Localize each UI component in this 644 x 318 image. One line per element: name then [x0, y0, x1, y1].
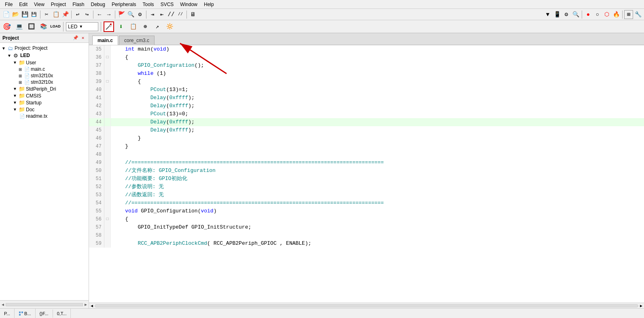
- target-icon[interactable]: 🎯: [2, 21, 12, 32]
- editor-area: main.c core_cm3.c 35 int main(void) 36 □…: [89, 33, 644, 308]
- magic-wand-icon-btn[interactable]: [104, 21, 114, 32]
- code-row-54: 54 //===================================…: [89, 199, 644, 207]
- bottom-tab-templates[interactable]: 0,T...: [53, 309, 71, 318]
- menu-help[interactable]: Help: [201, 1, 217, 8]
- device-btn[interactable]: 📱: [553, 10, 561, 19]
- sidebar-tree: ▼ 🗂 Project: Project ▼ ⚙ LED ▼ 📁 User ⊞ …: [0, 43, 89, 300]
- menu-tools[interactable]: Tools: [140, 1, 157, 8]
- tab-core-cm3[interactable]: core_cm3.c: [119, 36, 155, 45]
- back-button[interactable]: ←: [95, 10, 104, 19]
- expander-icon: ▼: [1, 46, 6, 51]
- load-icon[interactable]: LOAD: [50, 21, 61, 32]
- chip-icon[interactable]: 🔲: [26, 21, 36, 32]
- redo-button[interactable]: ↪: [83, 10, 91, 19]
- menu-svcs[interactable]: SVCS: [157, 1, 177, 8]
- scroll-right-code-icon[interactable]: ▶: [638, 303, 644, 308]
- sidebar-close-icon[interactable]: ✕: [80, 35, 86, 41]
- sidebar-pin-icon[interactable]: 📌: [72, 35, 79, 41]
- open-button[interactable]: 📂: [11, 10, 20, 19]
- folder-icon: 📁: [19, 93, 25, 99]
- config-btn[interactable]: ⚙: [562, 10, 571, 19]
- tree-item-led[interactable]: ▼ ⚙ LED: [0, 52, 89, 59]
- tree-label: stm32f10x: [31, 79, 53, 85]
- save-button[interactable]: 💾: [20, 10, 29, 19]
- folder-icon: 📁: [19, 100, 25, 106]
- code-row-59: 59 RCC_APB2PeriphClockCmd( RCC_APB2Perip…: [89, 240, 644, 248]
- outdent-button[interactable]: ⇤: [157, 10, 166, 19]
- code-editor[interactable]: 35 int main(void) 36 □ { 37 GPIO_Configu…: [89, 45, 644, 303]
- view-toggle-btn[interactable]: ⊞: [624, 10, 633, 19]
- terminal-button[interactable]: 🖥: [189, 10, 197, 19]
- bookmark-button[interactable]: 🚩: [117, 10, 126, 19]
- menu-edit[interactable]: Edit: [16, 1, 31, 8]
- comment-button[interactable]: //: [167, 10, 176, 19]
- code-row-51: 51 //功能概要: GPIO初始化: [89, 175, 644, 183]
- menu-window[interactable]: Window: [177, 1, 201, 8]
- new-button[interactable]: 📄: [2, 10, 11, 19]
- copy-to-btn[interactable]: 📋: [128, 21, 138, 32]
- tree-item-mainc[interactable]: ⊞ 📄 main.c: [0, 66, 89, 72]
- cpu-icon[interactable]: 💻: [14, 21, 24, 32]
- horizontal-scrollbar[interactable]: ◀ ▶: [89, 303, 644, 308]
- uncomment-button[interactable]: //: [176, 10, 185, 19]
- svg-rect-7: [21, 312, 23, 313]
- code-row-44: 44 Delay(0xffff);: [89, 118, 644, 126]
- menu-project[interactable]: Project: [48, 1, 69, 8]
- pause-btn[interactable]: ○: [593, 10, 602, 19]
- layers-icon[interactable]: 📚: [38, 21, 49, 32]
- cut-button[interactable]: ✂: [42, 10, 51, 19]
- menu-view[interactable]: View: [31, 1, 48, 8]
- sidebar-title: Project: [2, 35, 19, 41]
- toolbar-row1: 📄 📂 💾 💾 ✂ 📋 📌 ↩ ↪ ← → 🚩 🔍 ⚙ ⇥ ⇤ // // 🖥 …: [0, 9, 644, 20]
- tree-item-stm1[interactable]: ⊞ 📄 stm32f10x: [0, 72, 89, 79]
- menu-peripherals[interactable]: Peripherals: [108, 1, 140, 8]
- save-all-button[interactable]: 💾: [30, 10, 38, 19]
- menu-file[interactable]: File: [2, 1, 16, 8]
- erase-btn[interactable]: ↗: [152, 21, 163, 32]
- copy-button[interactable]: 📋: [51, 10, 60, 19]
- code-row-40: 40 PCout(13)=1;: [89, 86, 644, 94]
- project-selector[interactable]: LED ▼: [66, 22, 98, 31]
- tree-item-startup[interactable]: ▼ 📁 Startup: [0, 99, 89, 106]
- scroll-left-icon[interactable]: ◀: [2, 302, 4, 307]
- run-btn[interactable]: ●: [584, 10, 593, 19]
- tree-label: Project: Project: [15, 45, 47, 51]
- target2-btn[interactable]: ⊕: [140, 21, 150, 32]
- search-btn[interactable]: 🔍: [571, 10, 580, 19]
- stop-btn[interactable]: ⬡: [602, 10, 611, 19]
- settings-btn[interactable]: 🔧: [633, 10, 642, 19]
- svg-rect-6: [19, 312, 21, 313]
- find-button[interactable]: 🔍: [126, 10, 135, 19]
- code-row-39: 39 □ {: [89, 78, 644, 86]
- tab-mainc[interactable]: main.c: [92, 36, 118, 45]
- undo-button[interactable]: ↩: [73, 10, 82, 19]
- tree-item-user[interactable]: ▼ 📁 User: [0, 59, 89, 66]
- bottom-tab-project[interactable]: P...: [0, 309, 15, 318]
- dropdown-btn[interactable]: ▼: [543, 10, 552, 19]
- dropdown-arrow-icon: ▼: [79, 24, 83, 29]
- tree-label: User: [26, 60, 36, 66]
- tree-item-project[interactable]: ▼ 🗂 Project: Project: [0, 45, 89, 52]
- menubar: File Edit View Project Flash Debug Perip…: [0, 0, 644, 9]
- tree-item-doc[interactable]: ▼ 📁 Doc: [0, 106, 89, 113]
- tree-item-stdperiph[interactable]: ▼ 📁 StdPeriph_Dri: [0, 85, 89, 92]
- scroll-left-code-icon[interactable]: ◀: [89, 303, 95, 308]
- tree-label: StdPeriph_Dri: [26, 86, 56, 92]
- bottom-tab-functions[interactable]: {}F...: [36, 310, 53, 318]
- download-btn[interactable]: ⬇: [116, 21, 126, 32]
- indent-button[interactable]: ⇥: [148, 10, 157, 19]
- scroll-right-icon[interactable]: ▶: [85, 302, 87, 307]
- tree-item-readme[interactable]: 📄 readme.tx: [0, 113, 89, 119]
- paste-button[interactable]: 📌: [61, 10, 70, 19]
- tree-item-stm2[interactable]: ⊞ 📄 stm32f10x: [0, 79, 89, 85]
- menu-debug[interactable]: Debug: [88, 1, 108, 8]
- reset-btn[interactable]: 🔥: [612, 10, 621, 19]
- menu-flash[interactable]: Flash: [69, 1, 87, 8]
- forward-button[interactable]: →: [104, 10, 113, 19]
- bottom-tab-build[interactable]: B...: [15, 309, 36, 318]
- code-row-48: 48: [89, 151, 644, 159]
- multi-flash-btn[interactable]: 🔆: [164, 21, 175, 32]
- tree-item-cmsis[interactable]: ▼ 📁 CMSIS: [0, 92, 89, 99]
- tool1-button[interactable]: ⚙: [136, 10, 144, 19]
- code-row-55: 55 void GPIO_Configuration(void): [89, 207, 644, 215]
